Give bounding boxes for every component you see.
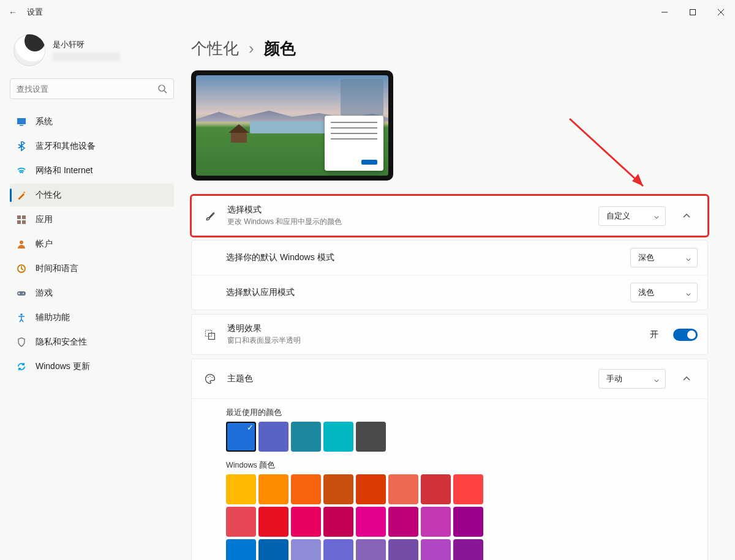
svg-point-21	[209, 376, 211, 377]
windows-swatch[interactable]	[258, 507, 288, 537]
svg-marker-24	[632, 174, 643, 186]
sidebar-item-personalization[interactable]: 个性化	[10, 184, 174, 207]
chevron-up-icon	[682, 375, 691, 383]
windows-swatch[interactable]	[388, 539, 418, 560]
app-mode-select[interactable]: 浅色 ⌵	[630, 283, 698, 302]
search-icon	[157, 84, 167, 94]
windows-swatch[interactable]	[291, 539, 321, 560]
accent-select-value: 手动	[606, 373, 622, 384]
search-input[interactable]	[17, 84, 157, 94]
windows-swatch[interactable]	[258, 539, 288, 560]
accent-title: 主题色	[227, 373, 589, 384]
annotation-arrow	[564, 113, 655, 198]
windows-mode-select[interactable]: 深色 ⌵	[630, 248, 698, 267]
windows-mode-value: 深色	[638, 252, 654, 263]
sidebar-item-label: 蓝牙和其他设备	[36, 141, 96, 152]
windows-colors-label: Windows 颜色	[226, 460, 698, 471]
windows-swatch[interactable]	[258, 474, 288, 504]
windows-swatch[interactable]	[356, 539, 386, 560]
breadcrumb: 个性化 › 颜色	[191, 38, 720, 59]
privacy-icon	[16, 337, 27, 348]
accent-card: 主题色 手动 ⌵ 最近使用的颜色 Windows 颜色	[191, 359, 708, 560]
avatar	[13, 34, 45, 66]
mode-select[interactable]: 自定义 ⌵	[598, 206, 666, 226]
svg-rect-1	[690, 10, 696, 15]
back-button[interactable]: ←	[9, 7, 17, 17]
brush-icon	[203, 209, 217, 223]
transparency-subtitle: 窗口和表面显示半透明	[227, 335, 640, 346]
sidebar-item-label: 帐户	[36, 239, 53, 250]
windows-swatch[interactable]	[356, 474, 386, 504]
windows-swatch[interactable]	[453, 539, 483, 560]
windows-swatch[interactable]	[226, 507, 256, 537]
svg-rect-10	[22, 215, 26, 219]
sidebar-item-gaming[interactable]: 游戏	[10, 282, 174, 305]
windows-swatch[interactable]	[388, 474, 418, 504]
windows-swatch[interactable]	[453, 474, 483, 504]
gaming-icon	[16, 288, 27, 299]
svg-rect-9	[17, 215, 21, 219]
profile-email	[53, 53, 120, 61]
accent-expander[interactable]	[676, 368, 698, 390]
sidebar-item-apps[interactable]: 应用	[10, 208, 174, 231]
sidebar-item-system[interactable]: 系统	[10, 110, 174, 133]
breadcrumb-parent[interactable]: 个性化	[191, 38, 239, 59]
close-button[interactable]	[707, 0, 735, 24]
recent-colors-label: 最近使用的颜色	[226, 408, 698, 418]
windows-swatch[interactable]	[453, 507, 483, 537]
sidebar-item-accounts[interactable]: 帐户	[10, 233, 174, 256]
windows-swatch[interactable]	[291, 507, 321, 537]
bluetooth-icon	[16, 141, 27, 152]
windows-swatch[interactable]	[421, 474, 451, 504]
sidebar-item-privacy[interactable]: 隐私和安全性	[10, 330, 174, 354]
maximize-button[interactable]	[679, 0, 707, 24]
chevron-down-icon: ⌵	[654, 211, 659, 220]
mode-title: 选择模式	[227, 204, 589, 215]
accent-select[interactable]: 手动 ⌵	[598, 369, 666, 389]
transparency-icon	[203, 327, 217, 342]
palette-icon	[203, 371, 217, 386]
windows-swatch[interactable]	[356, 507, 386, 537]
network-icon	[16, 165, 27, 176]
windows-swatch[interactable]	[323, 507, 353, 537]
windows-swatch[interactable]	[421, 507, 451, 537]
windows-swatch[interactable]	[388, 507, 418, 537]
svg-rect-12	[22, 220, 26, 224]
sidebar: 是小轩呀 系统蓝牙和其他设备网络和 Internet个性化应用帐户时间和语言游戏…	[0, 24, 184, 560]
windows-swatch[interactable]	[226, 539, 256, 560]
search-box[interactable]	[10, 78, 174, 99]
svg-point-20	[208, 377, 209, 378]
mode-sub-card: 选择你的默认 Windows 模式 深色 ⌵ 选择默认应用模式 浅色 ⌵	[191, 240, 708, 310]
main-content: 个性化 › 颜色 选择模式	[184, 24, 735, 560]
recent-swatch[interactable]	[323, 422, 353, 452]
title-bar: ← 设置	[0, 0, 735, 24]
sidebar-item-network[interactable]: 网络和 Internet	[10, 159, 174, 182]
sidebar-item-bluetooth[interactable]: 蓝牙和其他设备	[10, 135, 174, 158]
sidebar-item-accessibility[interactable]: 辅助功能	[10, 306, 174, 329]
sidebar-item-time[interactable]: 时间和语言	[10, 257, 174, 280]
windows-swatch[interactable]	[323, 539, 353, 560]
svg-point-4	[159, 85, 165, 91]
sidebar-item-label: 隐私和安全性	[36, 337, 87, 348]
windows-swatch[interactable]	[421, 539, 451, 560]
sidebar-item-label: 系统	[36, 116, 53, 127]
recent-swatch[interactable]	[291, 422, 321, 452]
recent-swatch[interactable]	[356, 422, 386, 452]
mode-expander[interactable]	[676, 205, 698, 227]
personalization-icon	[16, 190, 27, 201]
sidebar-item-label: 应用	[36, 214, 53, 225]
svg-point-16	[23, 293, 24, 294]
minimize-button[interactable]	[650, 0, 679, 24]
recent-swatch[interactable]	[258, 422, 288, 452]
windows-swatch[interactable]	[291, 474, 321, 504]
recent-swatch[interactable]	[226, 422, 256, 452]
svg-line-5	[164, 91, 167, 93]
nav: 系统蓝牙和其他设备网络和 Internet个性化应用帐户时间和语言游戏辅助功能隐…	[10, 110, 174, 378]
mode-subtitle: 更改 Windows 和应用中显示的颜色	[227, 217, 589, 227]
transparency-toggle[interactable]	[673, 329, 698, 341]
sidebar-item-update[interactable]: Windows 更新	[10, 355, 174, 378]
window-title: 设置	[27, 7, 43, 18]
profile-block[interactable]: 是小轩呀	[10, 24, 174, 78]
windows-swatch[interactable]	[323, 474, 353, 504]
windows-swatch[interactable]	[226, 474, 256, 504]
